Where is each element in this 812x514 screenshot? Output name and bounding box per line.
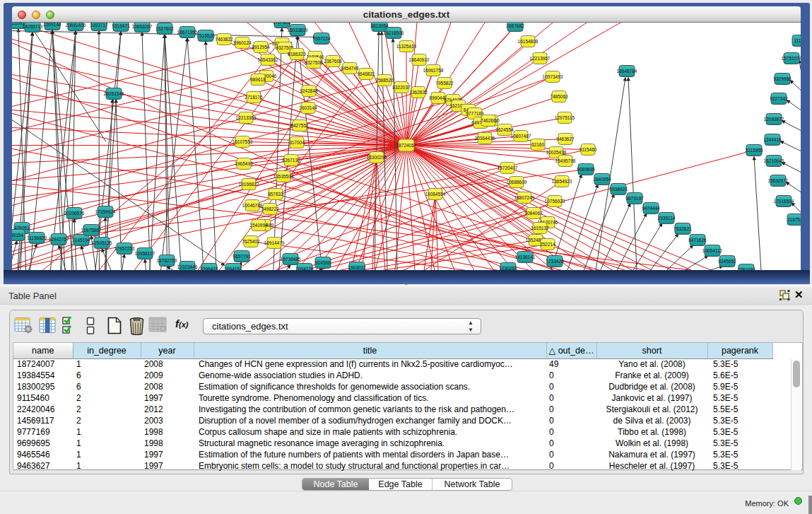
svg-text:2603144: 2603144 bbox=[299, 105, 317, 110]
svg-text:7463822: 7463822 bbox=[215, 37, 233, 42]
svg-text:8912954: 8912954 bbox=[252, 45, 270, 49]
svg-text:10807487: 10807487 bbox=[511, 134, 531, 139]
svg-text:10688609: 10688609 bbox=[507, 180, 527, 185]
svg-text:2367608: 2367608 bbox=[324, 59, 342, 64]
svg-text:17016504: 17016504 bbox=[774, 199, 794, 204]
svg-text:20364436: 20364436 bbox=[475, 136, 495, 141]
svg-text:10025438: 10025438 bbox=[546, 150, 567, 155]
svg-text:8296415: 8296415 bbox=[200, 267, 218, 271]
svg-text:2588520: 2588520 bbox=[375, 78, 394, 83]
svg-text:18807249: 18807249 bbox=[514, 195, 535, 200]
svg-text:19166827: 19166827 bbox=[239, 182, 259, 187]
svg-text:1145194: 1145194 bbox=[73, 238, 90, 243]
svg-text:8186323: 8186323 bbox=[288, 52, 306, 57]
svg-text:1093717: 1093717 bbox=[90, 23, 108, 28]
svg-text:5938923: 5938923 bbox=[609, 187, 628, 192]
svg-text:14136141: 14136141 bbox=[515, 255, 536, 259]
svg-text:12975115: 12975115 bbox=[555, 115, 575, 120]
svg-text:13654923: 13654923 bbox=[552, 179, 572, 184]
svg-text:1640954: 1640954 bbox=[593, 177, 611, 182]
svg-text:16961758: 16961758 bbox=[423, 68, 444, 73]
svg-text:9427552: 9427552 bbox=[290, 123, 309, 128]
svg-text:16914479: 16914479 bbox=[264, 240, 285, 245]
svg-text:9245652: 9245652 bbox=[718, 259, 736, 264]
svg-text:9777169: 9777169 bbox=[466, 111, 484, 116]
svg-text:10958107: 10958107 bbox=[135, 251, 155, 256]
svg-text:2094151: 2094151 bbox=[224, 267, 242, 271]
svg-text:16671355: 16671355 bbox=[177, 30, 198, 35]
svg-text:8813054: 8813054 bbox=[370, 23, 389, 28]
svg-text:7957224: 7957224 bbox=[312, 36, 331, 41]
svg-text:1615132: 1615132 bbox=[531, 226, 549, 230]
svg-text:12213369: 12213369 bbox=[236, 115, 257, 120]
svg-text:9327508: 9327508 bbox=[305, 60, 323, 65]
svg-text:7094126: 7094126 bbox=[295, 267, 314, 271]
svg-text:16033809: 16033809 bbox=[288, 28, 308, 33]
svg-text:6879197: 6879197 bbox=[625, 196, 644, 201]
svg-text:11121: 11121 bbox=[794, 38, 801, 43]
svg-text:317004: 317004 bbox=[289, 140, 305, 145]
svg-text:8471626: 8471626 bbox=[688, 238, 707, 243]
svg-text:9319471: 9319471 bbox=[112, 23, 130, 28]
svg-text:7515526: 7515526 bbox=[196, 33, 215, 38]
svg-text:924506: 924506 bbox=[315, 260, 331, 265]
svg-text:62160: 62160 bbox=[531, 142, 544, 147]
svg-text:1903022: 1903022 bbox=[348, 265, 366, 270]
svg-text:10756923: 10756923 bbox=[545, 199, 565, 204]
svg-text:746266: 746266 bbox=[481, 118, 496, 123]
svg-text:16543362: 16543362 bbox=[258, 57, 278, 62]
svg-text:7781034: 7781034 bbox=[737, 267, 755, 271]
svg-text:19384554: 19384554 bbox=[425, 192, 446, 197]
svg-text:2309144: 2309144 bbox=[43, 23, 61, 27]
svg-text:2718176: 2718176 bbox=[245, 95, 263, 100]
svg-text:7632621: 7632621 bbox=[673, 226, 692, 231]
svg-text:2935114: 2935114 bbox=[658, 216, 676, 221]
svg-text:3215955: 3215955 bbox=[745, 148, 763, 153]
svg-text:252214: 252214 bbox=[540, 242, 555, 247]
svg-text:2687682: 2687682 bbox=[506, 23, 524, 28]
svg-text:15495798: 15495798 bbox=[555, 158, 576, 163]
svg-text:9115460: 9115460 bbox=[579, 147, 597, 152]
svg-text:10653267: 10653267 bbox=[132, 24, 153, 29]
svg-text:7485063: 7485063 bbox=[550, 94, 568, 99]
svg-text:14055713: 14055713 bbox=[23, 24, 43, 29]
svg-text:8454749: 8454749 bbox=[341, 66, 359, 71]
svg-text:10973493: 10973493 bbox=[543, 74, 563, 79]
svg-text:16648784: 16648784 bbox=[617, 69, 637, 74]
svg-text:3624554: 3624554 bbox=[495, 127, 514, 132]
svg-text:8960124: 8960124 bbox=[233, 40, 252, 45]
svg-text:12093872: 12093872 bbox=[764, 117, 784, 122]
svg-text:1757602: 1757602 bbox=[273, 23, 291, 25]
svg-text:9089695: 9089695 bbox=[577, 167, 595, 172]
svg-text:12323446: 12323446 bbox=[177, 264, 198, 269]
svg-text:8322037: 8322037 bbox=[392, 85, 411, 90]
svg-text:1527602: 1527602 bbox=[155, 26, 174, 31]
svg-text:16154808: 16154808 bbox=[518, 39, 539, 44]
svg-text:11325419: 11325419 bbox=[396, 44, 417, 49]
svg-text:1362635: 1362635 bbox=[409, 90, 428, 95]
svg-text:15751074: 15751074 bbox=[782, 56, 801, 61]
svg-text:1030261: 1030261 bbox=[499, 266, 517, 271]
svg-text:116753: 116753 bbox=[787, 217, 801, 222]
svg-text:17957253: 17957253 bbox=[114, 246, 135, 251]
svg-text:16210643: 16210643 bbox=[764, 158, 784, 163]
svg-text:10046788: 10046788 bbox=[242, 203, 263, 208]
svg-text:9657791: 9657791 bbox=[233, 254, 251, 259]
svg-text:9329966: 9329966 bbox=[773, 76, 792, 81]
svg-text:15720407: 15720407 bbox=[498, 165, 518, 170]
svg-text:19218506: 19218506 bbox=[384, 30, 404, 35]
svg-text:18300295: 18300295 bbox=[367, 155, 387, 160]
svg-text:20206576: 20206576 bbox=[64, 211, 85, 216]
svg-text:11156829: 11156829 bbox=[27, 235, 47, 240]
svg-text:12505135: 12505135 bbox=[92, 240, 112, 245]
svg-text:12942757: 12942757 bbox=[49, 237, 69, 242]
svg-text:10975867: 10975867 bbox=[81, 228, 102, 233]
svg-text:1965493: 1965493 bbox=[235, 161, 253, 166]
svg-text:857833: 857833 bbox=[268, 192, 283, 197]
svg-text:9084067: 9084067 bbox=[524, 211, 543, 216]
svg-text:989618: 989618 bbox=[250, 77, 266, 82]
svg-text:10654112: 10654112 bbox=[702, 248, 723, 253]
svg-text:13535594: 13535594 bbox=[273, 174, 294, 179]
svg-text:3498222: 3498222 bbox=[261, 206, 279, 211]
svg-text:39154: 39154 bbox=[12, 233, 23, 238]
